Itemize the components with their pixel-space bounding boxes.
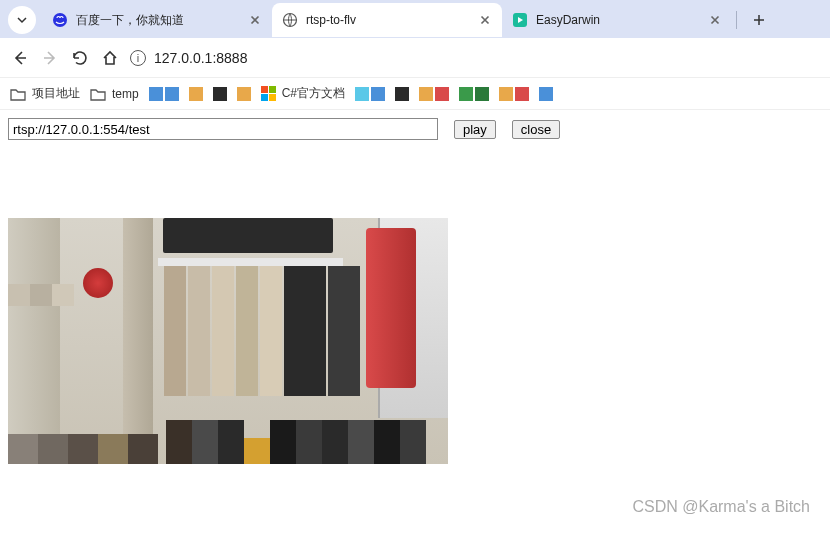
bookmark-label: 项目地址 [32, 85, 80, 102]
bookmark-item-11[interactable] [499, 87, 529, 101]
video-scene-element [163, 218, 333, 253]
video-scene-element [83, 268, 113, 298]
microsoft-icon [261, 86, 276, 101]
tab-favicon-easydarwin [512, 12, 528, 28]
forward-button[interactable] [40, 48, 60, 68]
browser-toolbar: i 127.0.0.1:8888 [0, 38, 830, 78]
bookmark-item-10[interactable] [459, 87, 489, 101]
bookmark-item-1[interactable]: temp [90, 87, 139, 101]
folder-icon [10, 87, 26, 101]
controls-row: play close [8, 118, 822, 140]
home-icon [101, 49, 119, 67]
arrow-right-icon [41, 49, 59, 67]
bookmark-favicon [459, 87, 489, 101]
bookmark-item-9[interactable] [419, 87, 449, 101]
back-button[interactable] [10, 48, 30, 68]
bookmark-item-5[interactable] [237, 87, 251, 101]
arrow-left-icon [11, 49, 29, 67]
bookmark-favicon [499, 87, 529, 101]
bookmark-item-3[interactable] [189, 87, 203, 101]
tab-favicon-baidu [52, 12, 68, 28]
play-button[interactable]: play [454, 120, 496, 139]
tab-favicon-globe [282, 12, 298, 28]
close-icon[interactable] [478, 13, 492, 27]
tab-label: EasyDarwin [536, 13, 700, 27]
bookmark-favicon [355, 87, 385, 101]
address-bar[interactable]: i 127.0.0.1:8888 [130, 50, 820, 66]
close-button[interactable]: close [512, 120, 560, 139]
new-tab-button[interactable] [745, 6, 773, 34]
url-text: 127.0.0.1:8888 [154, 50, 247, 66]
video-pixelation [8, 434, 158, 464]
bookmark-item-12[interactable] [539, 87, 553, 101]
bookmark-favicon [419, 87, 449, 101]
bookmark-item-8[interactable] [395, 87, 409, 101]
tab-1[interactable]: rtsp-to-flv [272, 3, 502, 37]
reload-button[interactable] [70, 48, 90, 68]
plus-icon [752, 13, 766, 27]
bookmarks-bar: 项目地址tempC#官方文档 [0, 78, 830, 110]
bookmark-item-4[interactable] [213, 87, 227, 101]
video-pixelation [8, 284, 74, 306]
bookmark-favicon [237, 87, 251, 101]
home-button[interactable] [100, 48, 120, 68]
video-scene-element [158, 258, 343, 266]
tab-strip: 百度一下，你就知道rtsp-to-flvEasyDarwin [0, 0, 830, 38]
tab-0[interactable]: 百度一下，你就知道 [42, 3, 272, 37]
tab-separator [736, 11, 737, 29]
tab-label: rtsp-to-flv [306, 13, 470, 27]
tabs-dropdown[interactable] [8, 6, 36, 34]
svg-point-0 [53, 13, 67, 27]
video-pixelation [166, 420, 426, 464]
close-icon[interactable] [248, 13, 262, 27]
rtsp-url-input[interactable] [8, 118, 438, 140]
bookmark-item-7[interactable] [355, 87, 385, 101]
site-info-icon[interactable]: i [130, 50, 146, 66]
video-player[interactable] [8, 218, 448, 464]
bookmark-label: C#官方文档 [282, 85, 345, 102]
tab-2[interactable]: EasyDarwin [502, 3, 732, 37]
tab-label: 百度一下，你就知道 [76, 12, 240, 29]
bookmark-item-2[interactable] [149, 87, 179, 101]
close-icon[interactable] [708, 13, 722, 27]
bookmark-item-0[interactable]: 项目地址 [10, 85, 80, 102]
watermark: CSDN @Karma's a Bitch [632, 498, 810, 516]
video-scene-element [8, 218, 60, 464]
bookmark-label: temp [112, 87, 139, 101]
video-scene-element [163, 266, 361, 396]
bookmark-favicon [395, 87, 409, 101]
video-scene-element [123, 218, 153, 464]
video-scene-element [366, 228, 416, 388]
reload-icon [71, 49, 89, 67]
folder-icon [90, 87, 106, 101]
bookmark-item-6[interactable]: C#官方文档 [261, 85, 345, 102]
bookmark-favicon [189, 87, 203, 101]
bookmark-favicon [149, 87, 179, 101]
chevron-down-icon [16, 14, 28, 26]
bookmark-favicon [539, 87, 553, 101]
page-content: play close [0, 110, 830, 472]
bookmark-favicon [213, 87, 227, 101]
